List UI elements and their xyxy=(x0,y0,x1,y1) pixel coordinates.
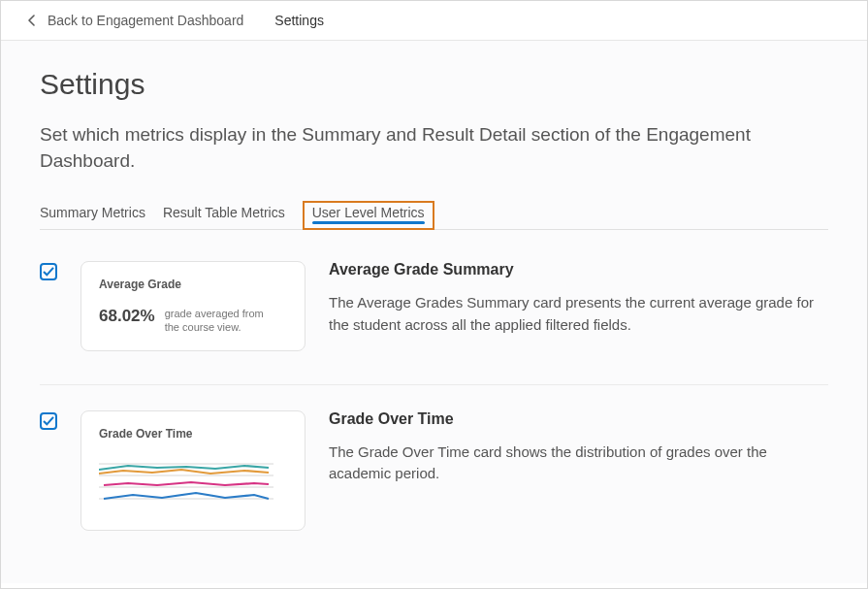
tab-label: User Level Metrics xyxy=(312,205,425,220)
metric-description: The Grade Over Time card shows the distr… xyxy=(329,442,828,485)
tab-user-level-metrics[interactable]: User Level Metrics xyxy=(303,201,434,230)
checkbox-average-grade[interactable] xyxy=(40,263,57,280)
settings-content: Settings Set which metrics display in th… xyxy=(1,41,867,583)
metric-text: Average Grade Summary The Average Grades… xyxy=(329,261,828,336)
tab-summary-metrics[interactable]: Summary Metrics xyxy=(40,201,145,229)
preview-value: 68.02% xyxy=(99,307,155,326)
tab-result-table-metrics[interactable]: Result Table Metrics xyxy=(163,201,285,229)
preview-card-average-grade: Average Grade 68.02% grade averaged from… xyxy=(80,261,305,351)
metric-description: The Average Grades Summary card presents… xyxy=(329,292,828,336)
preview-title: Average Grade xyxy=(99,278,287,291)
checkbox-grade-over-time[interactable] xyxy=(40,412,57,430)
preview-subtext: grade averaged from the course view. xyxy=(165,307,272,335)
preview-card-grade-over-time: Grade Over Time xyxy=(80,410,305,531)
line-chart-icon xyxy=(99,456,273,510)
metric-title: Average Grade Summary xyxy=(329,261,828,278)
tab-active-indicator xyxy=(312,221,425,224)
chevron-left-icon[interactable] xyxy=(24,13,40,28)
breadcrumb-back-link[interactable]: Back to Engagement Dashboard xyxy=(48,13,243,28)
check-icon xyxy=(43,267,54,277)
metric-row-grade-over-time: Grade Over Time Grade Over Time The Grad… xyxy=(40,410,828,564)
tabs: Summary Metrics Result Table Metrics Use… xyxy=(40,201,828,230)
metric-row-average-grade: Average Grade 68.02% grade averaged from… xyxy=(40,261,828,385)
preview-title: Grade Over Time xyxy=(99,427,287,441)
check-icon xyxy=(43,416,54,426)
breadcrumb: Back to Engagement Dashboard Settings xyxy=(1,1,867,41)
metric-text: Grade Over Time The Grade Over Time card… xyxy=(329,410,828,485)
metric-title: Grade Over Time xyxy=(329,410,828,428)
page-title: Settings xyxy=(40,68,828,101)
breadcrumb-current: Settings xyxy=(274,13,324,28)
page-description: Set which metrics display in the Summary… xyxy=(40,122,777,174)
